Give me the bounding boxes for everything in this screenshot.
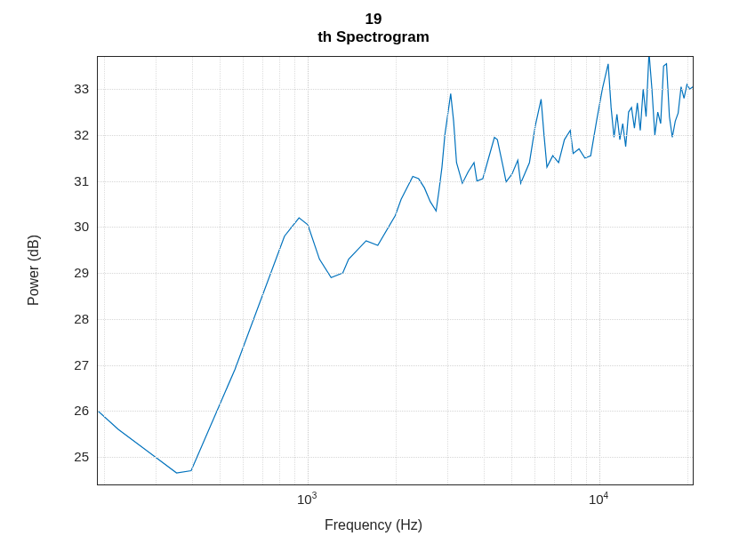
- y-tick-label: 32: [74, 126, 89, 141]
- grid-line-v-minor: [104, 57, 105, 484]
- y-tick-label: 28: [74, 310, 89, 325]
- y-tick-label: 31: [74, 172, 89, 188]
- y-tick-label: 26: [74, 403, 89, 418]
- grid-line-v: [599, 57, 600, 484]
- figure: 19 th Spectrogram Frequency (Hz) Power (…: [0, 0, 747, 560]
- y-tick-label: 27: [74, 356, 89, 372]
- grid-line-v-minor: [447, 57, 448, 484]
- chart-title: 19 th Spectrogram: [0, 11, 747, 46]
- title-line-1: 19: [365, 11, 382, 28]
- x-axis-label: Frequency (Hz): [0, 517, 747, 533]
- grid-line-v-minor: [534, 57, 535, 484]
- x-tick-label: 103: [297, 491, 317, 507]
- x-tick-label: 104: [589, 491, 608, 507]
- grid-line-v-minor: [586, 57, 587, 484]
- grid-line-v-minor: [687, 57, 688, 484]
- grid-line-v: [308, 57, 309, 484]
- grid-line-v-minor: [396, 57, 397, 484]
- title-line-2: th Spectrogram: [317, 28, 430, 45]
- grid-line-v-minor: [484, 57, 485, 484]
- y-axis-label: Power (dB): [26, 235, 42, 306]
- plot-area: [97, 56, 694, 485]
- grid-line-v-minor: [511, 57, 512, 484]
- grid-line-v-minor: [262, 57, 263, 484]
- y-tick-label: 33: [74, 81, 89, 96]
- y-tick-label: 25: [74, 448, 89, 463]
- grid-line-v-minor: [294, 57, 295, 484]
- grid-line-v-minor: [571, 57, 572, 484]
- grid-line-v-minor: [279, 57, 280, 484]
- grid-line-v-minor: [220, 57, 221, 484]
- y-tick-label: 29: [74, 265, 89, 280]
- grid-line-v-minor: [156, 57, 157, 484]
- grid-line-v-minor: [192, 57, 193, 484]
- grid-line-v-minor: [554, 57, 555, 484]
- grid-line-v-minor: [243, 57, 244, 484]
- y-tick-label: 30: [74, 219, 89, 234]
